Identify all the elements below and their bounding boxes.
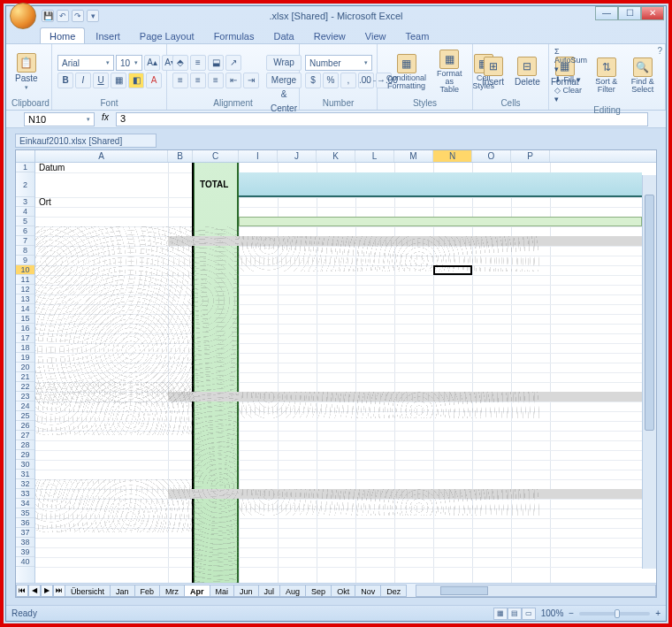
column-header-L[interactable]: L bbox=[355, 150, 394, 162]
sheet-tab-okt[interactable]: Okt bbox=[331, 585, 355, 597]
sheet-tab-mai[interactable]: Mai bbox=[210, 585, 235, 597]
merge-center-button[interactable]: Merge & Center bbox=[266, 73, 302, 88]
font-name-combo[interactable]: Arial▾ bbox=[57, 55, 114, 71]
cell-A3[interactable]: Ort bbox=[37, 197, 53, 207]
row-header-40[interactable]: 40 bbox=[16, 557, 34, 567]
row-header-29[interactable]: 29 bbox=[16, 450, 34, 460]
close-button[interactable]: ✕ bbox=[641, 6, 664, 20]
row-header-39[interactable]: 39 bbox=[16, 547, 34, 557]
workbook-caption[interactable]: Einkauf2010.xlsx [Shared] bbox=[15, 134, 157, 148]
align-left-button[interactable]: ≡ bbox=[172, 73, 188, 88]
maximize-button[interactable]: ☐ bbox=[618, 6, 641, 20]
tab-view[interactable]: View bbox=[356, 28, 395, 43]
undo-icon[interactable]: ↶ bbox=[57, 10, 69, 22]
view-normal-button[interactable]: ▦ bbox=[493, 608, 508, 620]
row-header-7[interactable]: 7 bbox=[16, 236, 34, 246]
column-header-P[interactable]: P bbox=[511, 150, 550, 162]
zoom-slider[interactable] bbox=[579, 612, 650, 616]
tab-home[interactable]: Home bbox=[40, 27, 85, 43]
sheet-tab-aug[interactable]: Aug bbox=[279, 585, 306, 597]
row-header-38[interactable]: 38 bbox=[16, 538, 34, 547]
zoom-level[interactable]: 100% bbox=[541, 608, 564, 618]
orientation-button[interactable]: ↗ bbox=[225, 55, 241, 71]
row-header-25[interactable]: 25 bbox=[16, 411, 34, 421]
row-header-16[interactable]: 16 bbox=[16, 324, 34, 333]
column-header-A[interactable]: A bbox=[35, 150, 168, 162]
find-select-button[interactable]: 🔍Find & Select bbox=[625, 56, 660, 96]
zoom-slider-thumb[interactable] bbox=[615, 609, 620, 618]
row-header-17[interactable]: 17 bbox=[16, 333, 34, 343]
tab-page-layout[interactable]: Page Layout bbox=[131, 28, 203, 43]
active-cell[interactable] bbox=[433, 265, 472, 275]
cell-A1[interactable]: Datum bbox=[37, 163, 66, 172]
row-header-33[interactable]: 33 bbox=[16, 489, 34, 499]
align-right-button[interactable]: ≡ bbox=[208, 73, 224, 88]
indent-dec-button[interactable]: ⇤ bbox=[225, 73, 241, 88]
row-header-26[interactable]: 26 bbox=[16, 421, 34, 431]
align-center-button[interactable]: ≡ bbox=[190, 73, 206, 88]
row-header-32[interactable]: 32 bbox=[16, 479, 34, 489]
wrap-text-button[interactable]: Wrap Text bbox=[266, 55, 302, 71]
tab-nav-first[interactable]: ⏮ bbox=[16, 585, 28, 597]
italic-button[interactable]: I bbox=[75, 73, 91, 88]
column-header-B[interactable]: B bbox=[168, 150, 193, 162]
sheet-tab-jun[interactable]: Jun bbox=[233, 585, 259, 597]
ribbon-help-icon[interactable]: ? bbox=[657, 46, 662, 56]
underline-button[interactable]: U bbox=[93, 73, 109, 88]
row-header-11[interactable]: 11 bbox=[16, 275, 34, 285]
horizontal-scrollbar-thumb[interactable] bbox=[440, 586, 488, 595]
column-header-O[interactable]: O bbox=[472, 150, 511, 162]
row-header-30[interactable]: 30 bbox=[16, 460, 34, 470]
comma-button[interactable]: , bbox=[340, 73, 356, 88]
view-pagebreak-button[interactable]: ▭ bbox=[522, 608, 536, 620]
row-header-4[interactable]: 4 bbox=[16, 207, 34, 217]
row-header-12[interactable]: 12 bbox=[16, 285, 34, 294]
view-layout-button[interactable]: ▤ bbox=[508, 608, 522, 620]
row-header-37[interactable]: 37 bbox=[16, 528, 34, 538]
sheet-tab-übersicht[interactable]: Übersicht bbox=[65, 585, 111, 597]
row-header-31[interactable]: 31 bbox=[16, 470, 34, 479]
font-color-button[interactable]: A bbox=[146, 73, 162, 88]
row-header-13[interactable]: 13 bbox=[16, 294, 34, 304]
percent-button[interactable]: % bbox=[323, 73, 339, 88]
sheet-tab-jul[interactable]: Jul bbox=[258, 585, 281, 597]
column-header-K[interactable]: K bbox=[317, 150, 355, 162]
row-header-21[interactable]: 21 bbox=[16, 372, 34, 382]
row-header-2[interactable]: 2 bbox=[16, 172, 34, 197]
sheet-tab-dez[interactable]: Dez bbox=[380, 585, 407, 597]
tab-nav-last[interactable]: ⏭ bbox=[53, 585, 65, 597]
fill-color-button[interactable]: ◧ bbox=[128, 73, 144, 88]
minimize-button[interactable]: — bbox=[595, 6, 618, 20]
row-header-18[interactable]: 18 bbox=[16, 343, 34, 353]
align-bottom-button[interactable]: ⬓ bbox=[208, 55, 224, 71]
row-header-20[interactable]: 20 bbox=[16, 363, 34, 372]
name-box[interactable]: N10▾ bbox=[24, 112, 95, 126]
sheet-tab-feb[interactable]: Feb bbox=[134, 585, 161, 597]
row-header-19[interactable]: 19 bbox=[16, 353, 34, 363]
font-size-combo[interactable]: 10▾ bbox=[116, 55, 142, 71]
save-icon[interactable]: 💾 bbox=[42, 10, 54, 22]
row-header-15[interactable]: 15 bbox=[16, 314, 34, 324]
row-header-28[interactable]: 28 bbox=[16, 440, 34, 450]
sheet-tab-apr[interactable]: Apr bbox=[184, 585, 210, 597]
redo-icon[interactable]: ↷ bbox=[72, 10, 84, 22]
delete-cells-button[interactable]: ⊟Delete bbox=[511, 55, 544, 88]
number-format-combo[interactable]: Number▾ bbox=[305, 55, 372, 71]
format-as-table-button[interactable]: ▦Format as Table bbox=[433, 48, 466, 96]
sort-filter-button[interactable]: ⇅Sort & Filter bbox=[591, 56, 622, 96]
clear-button[interactable]: ◇ Clear ▾ bbox=[554, 86, 587, 103]
row-header-23[interactable]: 23 bbox=[16, 392, 34, 401]
tab-review[interactable]: Review bbox=[305, 28, 355, 43]
row-header-10[interactable]: 10 bbox=[16, 265, 34, 275]
align-middle-button[interactable]: ≡ bbox=[190, 55, 206, 71]
tab-formulas[interactable]: Formulas bbox=[205, 28, 263, 43]
row-header-34[interactable]: 34 bbox=[16, 499, 34, 508]
row-header-27[interactable]: 27 bbox=[16, 431, 34, 440]
increase-decimal-button[interactable]: .00→ bbox=[358, 73, 374, 88]
row-header-24[interactable]: 24 bbox=[16, 401, 34, 411]
vertical-scrollbar-thumb[interactable] bbox=[645, 195, 654, 431]
column-header-N[interactable]: N bbox=[433, 150, 472, 162]
fill-button[interactable]: ⬇ Fill ▾ bbox=[554, 75, 587, 84]
tab-data[interactable]: Data bbox=[264, 28, 302, 43]
vertical-scrollbar[interactable] bbox=[642, 175, 656, 569]
